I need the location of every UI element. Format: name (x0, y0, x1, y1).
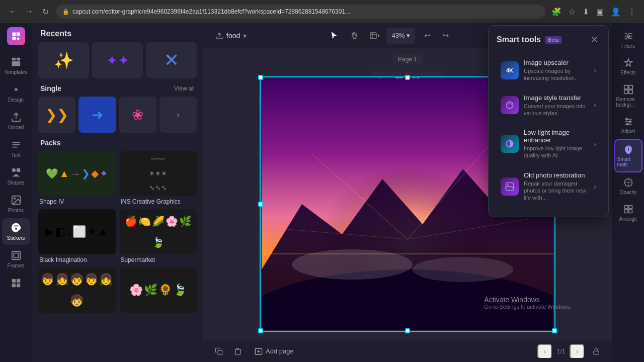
pack-shape-iv[interactable]: 💚 ▲ → ❯ ◆ ✦ Shape IV (38, 151, 116, 205)
sidebar-item-text[interactable]: Text (2, 135, 30, 162)
svg-rect-14 (12, 284, 15, 287)
packs-grid: 💚 ▲ → ❯ ◆ ✦ Shape IV 〰〰 ✶✶✶ ∿∿∿ (38, 151, 197, 263)
prev-page-button[interactable]: ‹ (537, 344, 552, 359)
smart-tool-photo-restoration[interactable]: Old photo restoration Repair your damage… (497, 166, 600, 207)
reload-button[interactable]: ↻ (38, 5, 52, 19)
pack-shape-iv-label: Shape IV (38, 198, 116, 205)
effects-label: Effects (620, 70, 635, 75)
forward-button[interactable]: → (22, 5, 36, 19)
chevron-down-icon: ▾ (243, 32, 247, 40)
photo-restoration-arrow: › (594, 183, 596, 191)
layout-tool-button[interactable]: ▾ (366, 28, 382, 44)
right-icon-effects[interactable]: Effects (614, 54, 642, 79)
photo-restoration-name: Old photo restoration (524, 171, 589, 179)
svg-rect-34 (218, 350, 222, 355)
browser-bar: ← → ↻ 🔒 capcut.com/editor-graphic/e94e96… (0, 0, 644, 23)
delete-page-button[interactable] (230, 344, 246, 359)
pack-ins-creative-label: INS Creative Graphics (120, 198, 197, 205)
undo-button[interactable]: ↩ (419, 28, 435, 44)
sidebar-item-frames[interactable]: Frames (2, 246, 30, 273)
smart-tool-image-upscaler[interactable]: 4K Image upscaler Upscale images by incr… (497, 54, 600, 87)
svg-rect-46 (628, 90, 632, 94)
pack-supermarket[interactable]: 🍎 🍋 🌽 🌸 🌿 🍃 Supermarket (120, 209, 197, 263)
single-sticker-3[interactable]: ❀ (119, 97, 156, 133)
remove-bg-label: Remove backgr... (616, 97, 640, 108)
page-label: Page 1 (392, 54, 423, 64)
sidebar-item-stickers-label: Stickers (7, 235, 25, 241)
single-view-all[interactable]: View all (174, 85, 195, 92)
redo-button[interactable]: ↪ (437, 28, 453, 44)
nav-buttons: ← → ↻ (6, 5, 52, 19)
right-icon-opacity[interactable]: Opacity (614, 173, 642, 199)
pack-flowers[interactable]: 🌸 🌿 🌻 🍃 (120, 267, 197, 315)
sidebar-item-photos-label: Photos (8, 208, 24, 213)
menu-icon[interactable]: ⋮ (626, 6, 638, 18)
svg-point-3 (15, 88, 18, 91)
hand-tool-button[interactable] (346, 28, 362, 44)
image-upscaler-text: Image upscaler Upscale images by increas… (524, 59, 589, 82)
tab-icon[interactable]: ▣ (594, 6, 606, 18)
sidebar-item-stickers[interactable]: Stickers (2, 218, 30, 245)
add-page-label: Add page (266, 347, 294, 355)
single-sticker-more[interactable]: › (159, 97, 197, 133)
svg-marker-7 (12, 174, 20, 177)
sidebar-item-more[interactable] (2, 274, 30, 293)
right-icon-filters[interactable]: Filters (614, 27, 642, 53)
next-page-button[interactable]: › (570, 344, 585, 359)
sidebar-item-upload[interactable]: Upload (2, 108, 30, 134)
address-bar[interactable]: 🔒 capcut.com/editor-graphic/e94e9602396f… (56, 5, 545, 19)
smart-tools-panel: Smart tools Beta ✕ 4K Image upscaler Ups… (488, 25, 609, 217)
right-icon-remove-bg[interactable]: Remove backgr... (614, 80, 642, 112)
svg-rect-10 (12, 251, 20, 260)
pack-black-imagination[interactable]: ▶ ◧ ♩ ⬜ ✦ ▲ Black Imagination (38, 209, 116, 263)
recent-sticker-1[interactable]: ✨ (38, 42, 89, 78)
more-packs-grid: 👦 👧 🧒 👦 👧 🧒 🌸 🌿 🌻 🍃 (38, 267, 197, 315)
sidebar-item-shapes[interactable]: Shapes (2, 163, 30, 190)
pack-ins-creative[interactable]: 〰〰 ✶✶✶ ∿∿∿ INS Creative Graphics (120, 151, 197, 205)
arrange-label: Arrange (619, 216, 637, 222)
opacity-label: Opacity (620, 190, 637, 195)
sidebar-item-text-label: Text (11, 152, 20, 158)
add-page-button[interactable]: Add page (250, 344, 299, 359)
left-panel: Recents ✨ ✦✦ ✕ Single View all (32, 23, 203, 362)
style-transfer-icon (501, 96, 519, 114)
single-sticker-1[interactable]: ❯❯ (38, 97, 75, 133)
zoom-control[interactable]: 43% ▾ (386, 28, 415, 44)
bookmark-icon[interactable]: ☆ (567, 6, 578, 18)
single-sticker-2[interactable]: ➜ (78, 97, 116, 133)
right-icon-arrange[interactable]: Arrange (614, 200, 642, 226)
app-logo (7, 27, 25, 45)
smart-tool-lowlight[interactable]: Low-light image enhancer Improve low-lig… (497, 124, 600, 164)
svg-rect-15 (16, 284, 20, 287)
svg-rect-2 (12, 61, 20, 66)
extensions-icon[interactable]: 🧩 (549, 6, 564, 18)
download-icon[interactable]: ⬇ (581, 6, 591, 18)
lowlight-arrow: › (594, 140, 596, 148)
sidebar-item-design[interactable]: Design (2, 80, 30, 107)
style-transfer-desc: Convert your images into various styles. (524, 103, 589, 117)
page-counter: 1/1 (556, 347, 566, 355)
url-text: capcut.com/editor-graphic/e94e9602396f4e… (72, 8, 350, 15)
smart-tool-style-transfer[interactable]: Image style transfer Convert your images… (497, 89, 600, 122)
recent-sticker-2[interactable]: ✦✦ (92, 42, 143, 78)
sidebar-item-templates[interactable]: Templates (2, 52, 30, 79)
lock-icon: 🔒 (62, 9, 69, 15)
right-icon-smart-tools[interactable]: Smart tools (614, 139, 642, 172)
right-panel: Filters Effects Remove backgr... Adjust … (612, 23, 644, 362)
sidebar-item-upload-label: Upload (8, 125, 24, 130)
right-icon-adjust[interactable]: Adjust (614, 113, 642, 138)
duplicate-page-button[interactable] (211, 344, 226, 359)
select-tool-button[interactable] (326, 28, 342, 44)
sidebar-item-photos[interactable]: Photos (2, 191, 30, 217)
sidebar-item-design-label: Design (8, 97, 24, 103)
app: Templates Design Upload Text Shapes Phot… (0, 23, 644, 362)
back-button[interactable]: ← (6, 5, 20, 19)
pack-people-1[interactable]: 👦 👧 🧒 👦 👧 🧒 (38, 267, 116, 315)
lock-aspect-button[interactable] (589, 344, 604, 359)
zoom-chevron: ▾ (407, 32, 410, 39)
smart-tools-close-button[interactable]: ✕ (588, 34, 600, 46)
project-name[interactable]: food ▾ (211, 30, 251, 42)
svg-point-28 (413, 257, 513, 282)
account-icon[interactable]: 👤 (609, 6, 623, 18)
recent-sticker-3[interactable]: ✕ (146, 42, 197, 78)
